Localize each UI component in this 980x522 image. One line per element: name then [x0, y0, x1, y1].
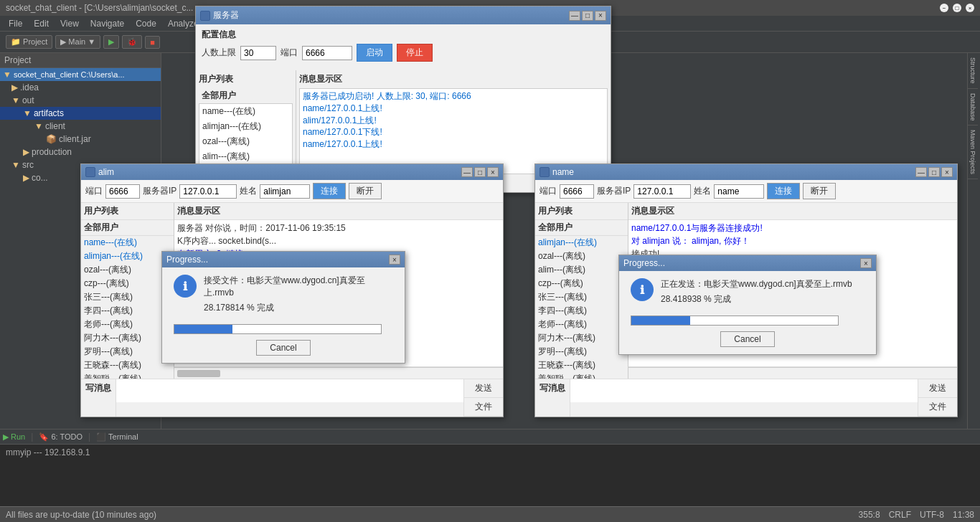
- chat-alim-user-7[interactable]: 阿力木---(离线): [81, 331, 174, 345]
- port-input[interactable]: [302, 46, 352, 60]
- toolbar-run-btn[interactable]: ▶: [103, 35, 119, 49]
- chat-alim-write-area[interactable]: [116, 379, 463, 402]
- chat-name-maximize[interactable]: □: [928, 167, 940, 177]
- chat-alim-hscroll[interactable]: [174, 367, 503, 379]
- server-user-3[interactable]: alim---(离线): [199, 149, 292, 164]
- server-user-2[interactable]: ozal---(离线): [199, 134, 292, 149]
- toolbar-run-config[interactable]: ▶ Main ▼: [55, 35, 100, 49]
- ide-close[interactable]: ×: [966, 4, 974, 12]
- tree-client[interactable]: ▼ client: [0, 120, 161, 133]
- chat-name-userlist-scroll[interactable]: alimjan---(在线) ozal---(离线) alim---(离线) c…: [535, 235, 628, 379]
- menu-edit[interactable]: Edit: [28, 17, 55, 30]
- server-msg-2: alim/127.0.0.1上线!: [303, 115, 604, 127]
- start-btn[interactable]: 启动: [357, 44, 392, 62]
- menu-file[interactable]: File: [3, 17, 28, 30]
- chat-name-nick-input[interactable]: [714, 184, 764, 199]
- chat-name-user-7[interactable]: 阿力木---(离线): [535, 331, 628, 345]
- ide-window-controls: − □ ×: [940, 4, 974, 12]
- chat-name-file-btn[interactable]: 文件: [918, 398, 957, 417]
- progress-alim-cancel-btn[interactable]: Cancel: [256, 340, 310, 356]
- chat-alim-maximize[interactable]: □: [474, 167, 486, 177]
- run-sep2: |: [88, 432, 90, 442]
- chat-alim-user-5[interactable]: 李四---(离线): [81, 304, 174, 318]
- server-maximize[interactable]: □: [582, 11, 593, 21]
- chat-name-user-0[interactable]: alimjan---(在线): [535, 236, 628, 250]
- chat-name-send-btn[interactable]: 发送: [918, 379, 957, 398]
- progress-name-cancel-btn[interactable]: Cancel: [720, 331, 774, 347]
- chat-name-user-8[interactable]: 罗明---(离线): [535, 345, 628, 359]
- chat-name-user-4[interactable]: 张三---(离线): [535, 290, 628, 304]
- tree-out[interactable]: ▼ out: [0, 94, 161, 107]
- server-minimize[interactable]: —: [569, 11, 580, 21]
- ide-minimize[interactable]: −: [940, 4, 948, 12]
- chat-name-user-1[interactable]: ozal---(离线): [535, 250, 628, 263]
- chat-alim-user-4[interactable]: 张三---(离线): [81, 290, 174, 304]
- person-limit-input[interactable]: [240, 46, 276, 60]
- progress-name-close[interactable]: ×: [860, 258, 872, 268]
- tree-artifacts[interactable]: ▼ artifacts: [0, 107, 161, 120]
- chat-name-user-10[interactable]: 善智聪---(离线): [535, 372, 628, 379]
- progress-alim-text-col: 接受文件：电影天堂www.dygod.cn]真爱至上.rmvb 28.17881…: [204, 275, 393, 318]
- server-user-0[interactable]: name---(在线): [199, 104, 292, 119]
- tree-client-jar[interactable]: 📦 client.jar: [0, 133, 161, 146]
- chat-alim-user-1[interactable]: alimjan---(在线): [81, 250, 174, 263]
- toolbar-project-btn[interactable]: 📁 Project: [6, 35, 52, 49]
- chat-alim-user-3[interactable]: czp---(离线): [81, 277, 174, 290]
- chat-alim-userlist-scroll[interactable]: name---(在线) alimjan---(在线) ozal---(离线) c…: [81, 235, 174, 379]
- chat-alim-user-10[interactable]: 善智聪---(离线): [81, 372, 174, 379]
- chat-alim-nick-input[interactable]: [260, 184, 310, 199]
- chat-name-port-input[interactable]: [560, 184, 594, 199]
- chat-name-user-5[interactable]: 李四---(离线): [535, 304, 628, 318]
- chat-name-all-users[interactable]: 全部用户: [535, 220, 628, 235]
- ide-maximize[interactable]: □: [953, 4, 961, 12]
- progress-alim-titlebar: Progress... ×: [162, 252, 405, 267]
- tree-production[interactable]: ▶ production: [0, 146, 161, 158]
- folder-icon: ▶: [11, 82, 18, 92]
- chat-alim-send-btn[interactable]: 发送: [464, 379, 503, 398]
- chat-name-user-3[interactable]: czp---(离线): [535, 277, 628, 290]
- toolbar-debug-btn[interactable]: 🐞: [122, 35, 142, 49]
- chat-name-nick-label: 姓名: [694, 185, 711, 197]
- server-user-1[interactable]: alimjan---(在线): [199, 119, 292, 134]
- progress-alim-percent: 28.178814 % 完成: [204, 302, 393, 314]
- chat-name-user-6[interactable]: 老师---(离线): [535, 318, 628, 331]
- chat-name-msg-1: 对 alimjan 说： alimjan, 你好！: [631, 234, 954, 247]
- server-close[interactable]: ×: [595, 11, 606, 21]
- tree-idea[interactable]: ▶ .idea: [0, 81, 161, 94]
- chat-alim-user-8[interactable]: 罗明---(离线): [81, 345, 174, 359]
- chat-name-hscroll[interactable]: [628, 367, 957, 379]
- chat-alim-port-input[interactable]: [105, 184, 140, 199]
- chat-alim-minimize[interactable]: —: [461, 167, 473, 177]
- chat-alim-close[interactable]: ×: [487, 167, 499, 177]
- chat-alim-user-0[interactable]: name---(在线): [81, 236, 174, 250]
- chat-alim-disconnect-btn[interactable]: 断开: [349, 183, 382, 199]
- menu-view[interactable]: View: [55, 17, 85, 30]
- tree-root[interactable]: ▼ socket_chat_client C:\Users\a...: [0, 68, 161, 81]
- chat-name-minimize[interactable]: —: [915, 167, 927, 177]
- right-tab-structure[interactable]: Structure: [968, 53, 978, 89]
- chat-name-write-area[interactable]: [570, 379, 918, 402]
- chat-name-user-2[interactable]: alim---(离线): [535, 263, 628, 277]
- menu-navigate[interactable]: Navigate: [85, 17, 130, 30]
- chat-alim-ip-input[interactable]: [179, 184, 237, 199]
- chat-alim-all-users[interactable]: 全部用户: [81, 220, 174, 235]
- stop-btn[interactable]: 停止: [397, 44, 433, 62]
- chat-name-controls: — □ ×: [915, 167, 953, 177]
- right-tab-maven[interactable]: Maven Projects: [968, 125, 978, 179]
- menu-code[interactable]: Code: [130, 17, 162, 30]
- chat-alim-user-2[interactable]: ozal---(离线): [81, 263, 174, 277]
- toolbar-stop-btn[interactable]: ■: [145, 36, 160, 49]
- chat-name-user-9[interactable]: 王晓森---(离线): [535, 359, 628, 372]
- right-tab-database[interactable]: Database: [968, 89, 978, 126]
- chat-alim-connect-btn[interactable]: 连接: [313, 183, 346, 199]
- chat-name-connect-btn[interactable]: 连接: [767, 183, 800, 199]
- server-msg-area[interactable]: 服务器已成功启动! 人数上限: 30, 端口: 6666 name/127.0.…: [299, 88, 608, 174]
- chat-name-disconnect-btn[interactable]: 断开: [803, 183, 836, 199]
- chat-name-ip-input[interactable]: [633, 184, 691, 199]
- chat-alim-user-6[interactable]: 老师---(离线): [81, 318, 174, 331]
- chat-alim-file-btn[interactable]: 文件: [464, 398, 503, 417]
- chat-alim-user-9[interactable]: 王晓森---(离线): [81, 359, 174, 372]
- progress-alim-close[interactable]: ×: [389, 255, 400, 265]
- status-left: All files are up-to-date (10 minutes ago…: [6, 510, 156, 520]
- chat-name-close[interactable]: ×: [941, 167, 953, 177]
